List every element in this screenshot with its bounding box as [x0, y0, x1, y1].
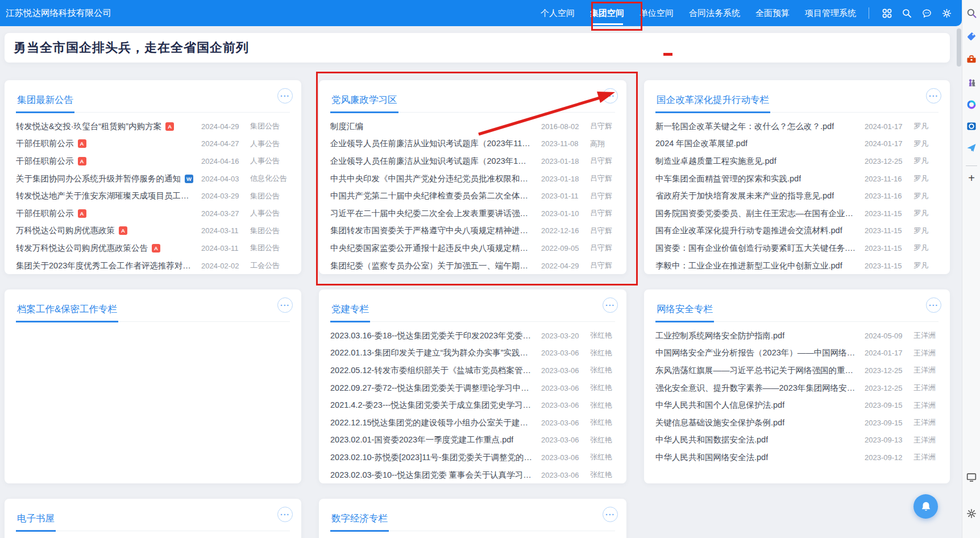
list-item[interactable]: 新一轮国企改革关键之年：改什么？怎么改？.pdf2024-01-17罗凡 [655, 118, 939, 135]
list-item[interactable]: 中国网络安全产业分析报告（2023年）——中国网络安全产...2024-01-1… [655, 345, 939, 362]
nav-item-4[interactable]: 合同法务系统 [689, 0, 740, 26]
item-title: 李毅中：工业企业在推进新型工业化中创新立业.pdf [655, 260, 858, 271]
item-date: 2023-03-06 [541, 349, 583, 357]
nav-item-2[interactable]: 集团空间 [590, 0, 624, 26]
list-item[interactable]: 李毅中：工业企业在推进新型工业化中创新立业.pdf2023-11-15罗凡 [655, 257, 939, 274]
panel-more-button[interactable]: ··· [926, 297, 941, 313]
list-item[interactable]: 中华人民共和国个人信息保护法.pdf2023-09-15王洋洲 [655, 396, 939, 414]
panel-more-button[interactable]: ··· [603, 507, 618, 522]
item-date: 2024-01-17 [865, 349, 907, 357]
list-item[interactable]: 2023.02.03-委10--悦达集团党委 董事会关于认真学习贯彻...202… [330, 466, 615, 483]
sidebar-settings-icon[interactable] [966, 508, 977, 519]
add-icon[interactable]: + [966, 173, 977, 184]
list-item[interactable]: 干部任职前公示A2024-04-16人事公告 [16, 152, 290, 170]
list-item[interactable]: 中华人民共和国数据安全法.pdf2023-09-13王洋洲 [655, 432, 939, 449]
list-item[interactable]: 习近平在二十届中央纪委二次全会上发表重要讲话强调 一刻...2023-01-10… [330, 205, 615, 222]
sidebar-tag-icon[interactable] [966, 31, 977, 42]
list-item[interactable]: 集团纪委（监察专员办公室）关于加强五一、端午期间作风...2022-04-29吕… [330, 257, 615, 274]
nav-item-3[interactable]: 单位空间 [640, 0, 674, 26]
notification-bell-button[interactable] [913, 494, 938, 519]
list-item[interactable]: 中共中央印发《中国共产党处分违纪党员批准权限和程序规...2023-01-18吕… [330, 170, 615, 188]
item-meta: 张红艳 [590, 400, 615, 411]
list-item[interactable]: 2022.12.15悦达集团党的建设领导小组办公室关于建立联络...2023-0… [330, 414, 615, 432]
item-meta: 王洋洲 [913, 417, 939, 428]
search-icon[interactable] [902, 8, 912, 19]
word-file-icon: W [185, 175, 193, 183]
panel-more-button[interactable]: ··· [603, 88, 618, 104]
panel-more-button[interactable]: ··· [277, 507, 293, 522]
list-item[interactable]: 2024 年国企改革展望.pdf2024-01-17罗凡 [655, 135, 939, 153]
sidebar-toolbox-icon[interactable] [966, 54, 977, 64]
panel-list: 2023.03.16-委18--悦达集团党委关于印发2023年党委理论...20… [319, 322, 626, 483]
nav-item-5[interactable]: 全面预算 [755, 0, 790, 26]
list-item[interactable]: 东风浩荡红旗展——习近平总书记关于网络强国的重要思想...2023-12-25王… [655, 362, 939, 379]
item-date: 2024-03-11 [201, 244, 243, 253]
settings-glyph [941, 8, 952, 19]
list-item[interactable]: 企业领导人员任前廉洁从业知识考试题库（2023年1月更新...2023-01-1… [330, 152, 615, 170]
chat-icon[interactable] [921, 8, 932, 19]
sidebar-m365-icon[interactable] [966, 100, 977, 110]
list-item[interactable]: 转发万科悦达公司购房优惠政策公告A2024-03-11集团公告 [16, 239, 290, 257]
list-item[interactable]: 2021.4.2-委23---悦达集团党委关于成立集团党史学习教育...2023… [330, 396, 615, 414]
list-item[interactable]: 干部任职前公示A2024-04-27人事公告 [16, 135, 290, 153]
panel-more-button[interactable]: ··· [277, 297, 293, 313]
sidebar-screen-icon[interactable] [966, 472, 977, 482]
nav-item-1[interactable]: 个人空间 [541, 0, 575, 26]
panel-more-button[interactable]: ··· [926, 88, 941, 104]
item-title: 2023.03.16-委18--悦达集团党委关于印发2023年党委理论... [330, 330, 534, 341]
list-item[interactable]: 制度汇编2016-08-02吕守辉 [330, 118, 615, 135]
item-meta: 吕守辉 [590, 260, 615, 271]
item-meta: 王洋洲 [913, 330, 939, 341]
list-item[interactable]: 2022.09.27-委72--悦达集团党委关于调整理论学习中心组成...202… [330, 379, 615, 397]
vertical-scrollbar-thumb[interactable] [957, 28, 961, 67]
item-title-text: 国务院国资委党委委员、副主任王宏志—在国有企业改革深化... [655, 208, 858, 219]
item-title-text: 国资委：国有企业价值创造行动要紧盯五大关键任务.pdf [655, 243, 858, 254]
item-title: 2021.4.2-委23---悦达集团党委关于成立集团党史学习教育... [330, 400, 534, 411]
pdf-file-icon: A [78, 157, 86, 165]
nav-item-6[interactable]: 项目管理系统 [805, 0, 856, 26]
list-item[interactable]: 2023.02.10-苏悦委[2023]11号-集团党委关于调整党的建设...2… [330, 449, 615, 466]
item-date: 2023-09-12 [865, 453, 907, 462]
list-item[interactable]: 省政府关于加快培育发展未来产业的指导意见.pdf2023-11-16罗凡 [655, 187, 939, 205]
list-item[interactable]: 国有企业改革深化提升行动专题推进会交流材料.pdf2023-11-15罗凡 [655, 222, 939, 240]
sidebar-search-icon[interactable] [966, 8, 977, 18]
panel-more-button[interactable]: ··· [277, 88, 293, 104]
list-item[interactable]: 关键信息基础设施安全保护条例.pdf2023-09-15王洋洲 [655, 414, 939, 432]
panel-more-button[interactable]: ··· [603, 297, 618, 313]
list-item[interactable]: 中华人民共和国网络安全法.pdf2023-09-12王洋洲 [655, 449, 939, 466]
sidebar-outlook-icon[interactable] [966, 121, 977, 131]
panel-header: 档案工作&保密工作专栏 [16, 289, 290, 322]
list-item[interactable]: 2023.03.16-委18--悦达集团党委关于印发2023年党委理论...20… [330, 327, 615, 345]
item-meta: 集团公告 [250, 191, 290, 201]
list-item[interactable]: 2022.01.13-集团印发关于建立“我为群众办实事”实践活动长...2023… [330, 345, 615, 362]
settings-icon[interactable] [941, 8, 952, 19]
item-date: 2023-01-18 [541, 157, 583, 165]
panel-header: 网络安全专栏 [655, 289, 939, 322]
list-item[interactable]: 国资委：国有企业价值创造行动要紧盯五大关键任务.pdf2023-11-15罗凡 [655, 239, 939, 257]
list-item[interactable]: 国务院国资委党委委员、副主任王宏志—在国有企业改革深化...2023-11-15… [655, 205, 939, 222]
list-item[interactable]: 中国共产党第二十届中央纪律检查委员会第二次全体会议公...2023-01-11吕… [330, 187, 615, 205]
item-title-text: 国有企业改革深化提升行动专题推进会交流材料.pdf [655, 225, 842, 236]
list-item[interactable]: 万科悦达公司购房优惠政策A2024-03-11集团公告 [16, 222, 290, 240]
list-item[interactable]: 制造业卓越质量工程实施意见.pdf2023-12-25罗凡 [655, 152, 939, 170]
item-title-text: 强化安全意识、提升数字素养——2023年集团网络安全培训... [655, 383, 858, 394]
list-item[interactable]: 2023.02.01-国资委2023年一季度党建工作重点.pdf2023-03-… [330, 432, 615, 449]
list-item[interactable]: 转发悦达地产关于淮安东湖璀璨天成项目员工内购及...2024-03-29集团公告 [16, 187, 290, 205]
list-item[interactable]: 中央纪委国家监委公开通报十起违反中央八项规定精神典型...2022-09-05吕… [330, 239, 615, 257]
list-item[interactable]: 企业领导人员任前廉洁从业知识考试题库（2023年11月更新...2023-11-… [330, 135, 615, 153]
item-date: 2023-11-08 [541, 139, 583, 148]
list-item[interactable]: 关于集团协同办公系统升级并暂停服务的通知W2024-04-03信息化公告 [16, 170, 290, 188]
list-item[interactable]: 2022.05.12-转发市委组织部关于《盐城市党员档案管理办...2023-0… [330, 362, 615, 379]
apps-icon[interactable] [882, 8, 892, 19]
sidebar-send-icon[interactable] [966, 143, 977, 153]
list-item[interactable]: 干部任职前公示A2024-03-27人事公告 [16, 205, 290, 222]
list-item[interactable]: 集团转发市国资委关于严格遵守中央八项规定精神进一步规...2022-12-16吕… [330, 222, 615, 240]
list-item[interactable]: 转发悦达&交投·玖玺台“租赁购”内购方案A2024-04-29集团公告 [16, 118, 290, 135]
sidebar-games-icon[interactable] [966, 77, 977, 88]
item-date: 2023-11-15 [865, 244, 907, 253]
list-item[interactable]: 工业控制系统网络安全防护指南.pdf2024-05-09王洋洲 [655, 327, 939, 345]
list-item[interactable]: 强化安全意识、提升数字素养——2023年集团网络安全培训...2023-12-2… [655, 379, 939, 397]
list-item[interactable]: 中车集团全面精益管理的探索和实践.pdf2023-11-16罗凡 [655, 170, 939, 188]
item-title: 转发悦达&交投·玖玺台“租赁购”内购方案A [16, 121, 194, 132]
list-item[interactable]: 集团关于2023年度优秀工会工作者评选推荐对象的公...2024-02-02工会… [16, 257, 290, 274]
